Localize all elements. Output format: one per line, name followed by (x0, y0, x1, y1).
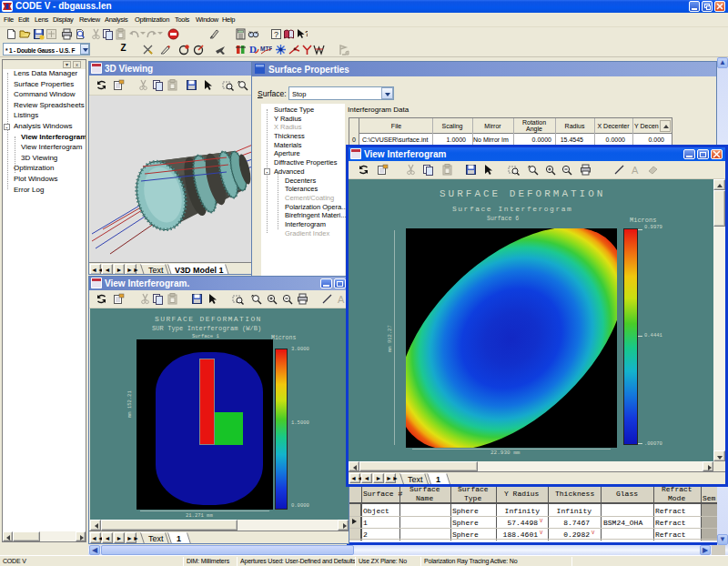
svg-text:A: A (632, 165, 639, 176)
svg-text:?: ? (305, 29, 308, 38)
svg-text:A: A (338, 294, 345, 305)
svg-text:?: ? (274, 30, 278, 39)
